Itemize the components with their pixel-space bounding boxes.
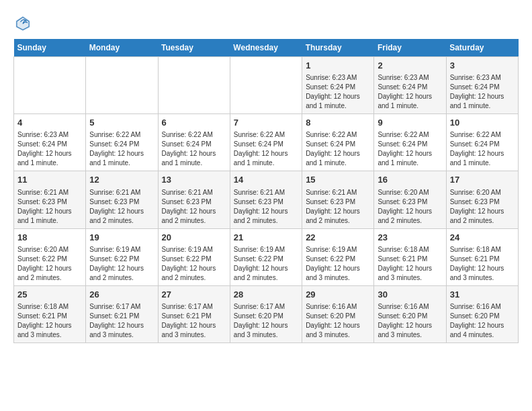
day-info: Sunrise: 6:20 AM [378,188,442,197]
week-row-4: 25Sunrise: 6:18 AMSunset: 6:21 PMDayligh… [14,285,519,342]
day-number: 6 [162,117,226,129]
day-info: Daylight: 12 hours and 3 minutes. [306,264,370,283]
day-info: Sunrise: 6:22 AM [450,130,515,140]
calendar-cell: 8Sunrise: 6:22 AMSunset: 6:24 PMDaylight… [302,114,374,171]
day-info: Sunset: 6:20 PM [234,312,298,321]
day-number: 11 [17,174,82,186]
header-friday: Friday [374,39,446,57]
calendar-cell: 17Sunrise: 6:20 AMSunset: 6:23 PMDayligh… [446,171,518,228]
header-saturday: Saturday [446,39,518,57]
day-info: Sunset: 6:21 PM [162,312,226,321]
day-info: Sunrise: 6:21 AM [306,188,370,197]
day-number: 12 [89,174,154,186]
calendar-cell: 2Sunrise: 6:23 AMSunset: 6:24 PMDaylight… [374,57,446,114]
day-number: 1 [306,60,370,72]
day-number: 2 [378,60,442,72]
day-info: Daylight: 12 hours and 2 minutes. [378,207,442,226]
day-number: 28 [234,289,298,301]
day-info: Daylight: 12 hours and 1 minute. [306,92,370,111]
day-info: Sunrise: 6:18 AM [17,302,82,312]
day-info: Sunset: 6:20 PM [450,312,515,321]
day-info: Daylight: 12 hours and 1 minute. [17,149,82,168]
day-info: Sunrise: 6:18 AM [378,245,442,255]
logo-icon [13,13,32,32]
day-number: 16 [378,174,442,186]
day-info: Sunset: 6:23 PM [306,197,370,207]
day-info: Daylight: 12 hours and 2 minutes. [162,207,226,226]
calendar-cell [14,57,86,114]
day-info: Daylight: 12 hours and 1 minute. [162,149,226,168]
calendar-cell: 31Sunrise: 6:16 AMSunset: 6:20 PMDayligh… [446,285,518,342]
calendar-cell: 16Sunrise: 6:20 AMSunset: 6:23 PMDayligh… [374,171,446,228]
day-info: Sunrise: 6:16 AM [306,302,370,312]
day-info: Sunrise: 6:20 AM [17,245,82,255]
day-number: 13 [162,174,226,186]
calendar-cell: 15Sunrise: 6:21 AMSunset: 6:23 PMDayligh… [302,171,374,228]
calendar-cell [86,57,158,114]
day-info: Sunset: 6:23 PM [162,197,226,207]
week-row-0: 1Sunrise: 6:23 AMSunset: 6:24 PMDaylight… [14,57,519,114]
day-info: Sunrise: 6:17 AM [162,302,226,312]
day-info: Daylight: 12 hours and 2 minutes. [234,207,298,226]
calendar-cell: 19Sunrise: 6:19 AMSunset: 6:22 PMDayligh… [86,228,158,285]
day-info: Sunrise: 6:17 AM [89,302,154,312]
day-number: 24 [450,232,515,244]
day-info: Sunrise: 6:19 AM [306,245,370,255]
day-info: Sunset: 6:24 PM [450,83,515,92]
week-row-1: 4Sunrise: 6:23 AMSunset: 6:24 PMDaylight… [14,114,519,171]
day-info: Sunset: 6:22 PM [162,255,226,264]
day-info: Sunset: 6:24 PM [378,83,442,92]
day-info: Daylight: 12 hours and 1 minute. [450,149,515,168]
day-info: Sunrise: 6:21 AM [162,188,226,197]
header-monday: Monday [86,39,158,57]
day-info: Sunrise: 6:22 AM [306,130,370,140]
calendar-cell: 9Sunrise: 6:22 AMSunset: 6:24 PMDaylight… [374,114,446,171]
day-info: Daylight: 12 hours and 1 minute. [89,149,154,168]
calendar-cell [230,57,302,114]
calendar-header-row: SundayMondayTuesdayWednesdayThursdayFrid… [14,39,519,57]
calendar-cell: 28Sunrise: 6:17 AMSunset: 6:20 PMDayligh… [230,285,302,342]
day-info: Sunset: 6:22 PM [306,255,370,264]
calendar-cell: 30Sunrise: 6:16 AMSunset: 6:20 PMDayligh… [374,285,446,342]
day-number: 29 [306,289,370,301]
day-number: 23 [378,232,442,244]
day-number: 9 [378,117,442,129]
day-number: 21 [234,232,298,244]
calendar-table: SundayMondayTuesdayWednesdayThursdayFrid… [13,39,519,343]
calendar-cell [158,57,230,114]
day-info: Sunrise: 6:23 AM [17,130,82,140]
calendar-cell: 1Sunrise: 6:23 AMSunset: 6:24 PMDaylight… [302,57,374,114]
header-sunday: Sunday [14,39,86,57]
day-info: Sunset: 6:24 PM [450,140,515,149]
day-number: 27 [162,289,226,301]
day-info: Sunrise: 6:18 AM [450,245,515,255]
day-number: 14 [234,174,298,186]
day-info: Sunrise: 6:19 AM [89,245,154,255]
day-info: Sunset: 6:24 PM [162,140,226,149]
day-info: Daylight: 12 hours and 2 minutes. [89,264,154,283]
day-info: Sunset: 6:22 PM [234,255,298,264]
day-info: Sunset: 6:24 PM [306,140,370,149]
day-info: Sunrise: 6:23 AM [306,73,370,83]
calendar-cell: 13Sunrise: 6:21 AMSunset: 6:23 PMDayligh… [158,171,230,228]
day-number: 7 [234,117,298,129]
day-info: Sunset: 6:21 PM [378,255,442,264]
calendar-cell: 18Sunrise: 6:20 AMSunset: 6:22 PMDayligh… [14,228,86,285]
calendar-cell: 4Sunrise: 6:23 AMSunset: 6:24 PMDaylight… [14,114,86,171]
day-info: Sunset: 6:24 PM [89,140,154,149]
day-info: Daylight: 12 hours and 3 minutes. [89,321,154,340]
day-info: Sunset: 6:22 PM [17,255,82,264]
day-info: Sunrise: 6:23 AM [450,73,515,83]
day-info: Sunrise: 6:22 AM [234,130,298,140]
day-info: Daylight: 12 hours and 3 minutes. [234,321,298,340]
day-number: 4 [17,117,82,129]
calendar-cell: 20Sunrise: 6:19 AMSunset: 6:22 PMDayligh… [158,228,230,285]
day-info: Sunrise: 6:21 AM [17,188,82,197]
day-info: Daylight: 12 hours and 2 minutes. [450,207,515,226]
day-info: Daylight: 12 hours and 3 minutes. [378,321,442,340]
calendar-cell: 23Sunrise: 6:18 AMSunset: 6:21 PMDayligh… [374,228,446,285]
day-info: Daylight: 12 hours and 1 minute. [450,92,515,111]
day-info: Sunset: 6:23 PM [450,197,515,207]
day-info: Sunrise: 6:20 AM [450,188,515,197]
day-info: Daylight: 12 hours and 3 minutes. [378,264,442,283]
